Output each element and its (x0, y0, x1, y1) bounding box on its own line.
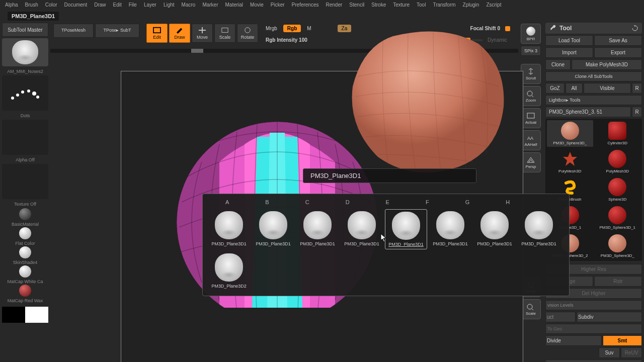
preset-item[interactable]: PM3D_Plane3D1 (473, 209, 516, 249)
smt-button[interactable]: Smt (603, 335, 642, 346)
tool-r-button[interactable]: R (632, 107, 642, 117)
tool-panel: Tool Load ToolSave As ImportExport Clone… (543, 21, 644, 362)
tool-item[interactable]: Cylinder3D (595, 120, 641, 147)
menu-item[interactable]: Light (164, 2, 175, 8)
menu-item[interactable]: File (129, 2, 137, 8)
menu-item[interactable]: Stroke (371, 2, 386, 8)
brush-preview[interactable] (2, 38, 48, 66)
menu-item[interactable]: Texture (393, 2, 410, 8)
tposemesh-button[interactable]: TPoseMesh (53, 24, 94, 38)
spix-button[interactable]: SPix 3 (521, 46, 541, 56)
tool-item[interactable]: PM3D_Sphere3D_ (547, 120, 593, 147)
goz-r-button[interactable]: R (632, 83, 642, 94)
to-geo-button[interactable]: To Geo (545, 324, 642, 334)
menu-item[interactable]: Document (64, 2, 88, 8)
svg-rect-7 (527, 113, 534, 118)
alpha-preview[interactable] (2, 120, 48, 155)
preset-item[interactable]: PM3D_Plane3D1 (341, 209, 383, 249)
persp-button[interactable]: Persp (521, 152, 541, 172)
material-ball-icon[interactable] (19, 246, 31, 258)
color-swatch[interactable] (2, 307, 48, 323)
subdiv-button[interactable]: Subdiv (577, 312, 642, 322)
m-button[interactable]: M (304, 24, 314, 33)
active-tool-label[interactable]: PM3D_Sphere3D_3. 51 (545, 107, 631, 117)
menu-item[interactable]: Preferences (292, 2, 319, 8)
preset-item[interactable]: PM3D_Plane3D2 (208, 251, 250, 291)
preset-item[interactable]: PM3D_Plane3D1 (429, 209, 471, 249)
preset-item[interactable]: PM3D_Plane3D1 (252, 209, 294, 249)
scale-mode-button[interactable]: Scale (214, 24, 235, 43)
svg-point-9 (527, 304, 532, 309)
lightbox-tools-button[interactable]: Lightbox▸ Tools (545, 95, 642, 105)
subtool-master-button[interactable]: SubTool Master (2, 23, 48, 37)
preset-item[interactable]: PM3D_Plane3D1 (208, 209, 250, 249)
nose-icon (348, 211, 376, 239)
texture-preview[interactable] (2, 164, 48, 199)
refresh-icon[interactable] (632, 25, 638, 31)
clone-button[interactable]: Clone (545, 59, 571, 70)
menu-item[interactable]: Movie (250, 2, 264, 8)
export-button[interactable]: Export (594, 47, 642, 58)
menu-item[interactable]: Transform (433, 2, 455, 8)
menu-item[interactable]: Color (45, 2, 57, 8)
star-icon (561, 150, 579, 168)
material-ball-icon[interactable] (19, 265, 31, 278)
menu-item[interactable]: Edit (113, 2, 122, 8)
tpose-subt-button[interactable]: TPose▸ SubT (95, 24, 139, 38)
tool-item[interactable]: PM3D_Sphere3D_ (595, 233, 641, 259)
menu-item[interactable]: Render (326, 2, 343, 8)
menu-item[interactable]: Material (225, 2, 244, 8)
material-ball-icon[interactable] (19, 208, 31, 220)
move-mode-button[interactable]: Move (192, 24, 213, 43)
material-ball-icon[interactable] (19, 285, 31, 297)
tool-item[interactable]: Sphere3D (595, 176, 641, 203)
scroll-button[interactable]: Scroll (521, 64, 541, 84)
rotate-mode-button[interactable]: Rotate (237, 24, 258, 43)
magnifier-icon (526, 303, 535, 310)
menu-item[interactable]: Stencil (349, 2, 364, 8)
stroke-preview[interactable] (2, 75, 48, 111)
rstr-button[interactable]: Rstr (594, 276, 642, 287)
make-polymesh-button[interactable]: Make PolyMesh3D (572, 59, 642, 70)
tool-panel-header[interactable]: Tool (545, 23, 642, 34)
menu-item[interactable]: Macro (182, 2, 196, 8)
tool-item[interactable]: PolyMesh3D (595, 148, 641, 175)
edit-mode-button[interactable]: Edit (146, 24, 168, 43)
suv-button[interactable]: Suv (599, 347, 620, 358)
preset-item[interactable]: PM3D_Plane3D1 (518, 209, 560, 249)
menu-item[interactable]: Marker (202, 2, 218, 8)
edgeloop-button[interactable]: EdgeLoop (545, 359, 642, 362)
draw-mode-button[interactable]: Draw (169, 24, 190, 43)
menu-item[interactable]: Brush (25, 2, 38, 8)
clone-all-button[interactable]: Clone All SubTools (545, 71, 642, 81)
wrench-icon (549, 25, 556, 32)
rgb-button[interactable]: Rgb (283, 25, 301, 32)
menu-item[interactable]: Alpha (5, 2, 18, 8)
preset-item[interactable]: PM3D_Plane3D1 (296, 209, 339, 249)
divide-button[interactable]: Divide (545, 335, 602, 346)
reuv-button[interactable]: ReUV (621, 347, 642, 358)
menu-item[interactable]: Layer (144, 2, 156, 8)
stroke-label: Dots (2, 113, 48, 118)
mrgb-button[interactable]: Mrgb (263, 24, 280, 33)
actual-button[interactable]: Actual (521, 108, 541, 128)
aahalf-button[interactable]: AAAAHalf (521, 130, 541, 150)
menu-item[interactable]: Tool (417, 2, 426, 8)
menu-item[interactable]: Picker (271, 2, 285, 8)
import-button[interactable]: Import (545, 47, 593, 58)
menu-item[interactable]: Zscript (486, 2, 501, 8)
goz-visible-button[interactable]: Visible (584, 83, 631, 94)
material-ball-icon[interactable] (19, 227, 31, 239)
menu-item[interactable]: Zplugin (463, 2, 479, 8)
zoom-button[interactable]: Zoom (521, 86, 541, 106)
tool-item[interactable]: PM3D_Sphere3D_1 (595, 205, 641, 231)
menu-item[interactable]: Draw (94, 2, 106, 8)
bpr-button[interactable]: BPR (521, 24, 541, 44)
tool-item[interactable]: PolyMesh3D (547, 148, 593, 175)
save-as-button[interactable]: Save As (594, 35, 642, 46)
viewport-scale-button[interactable]: Scale (521, 299, 541, 319)
goz-button[interactable]: GoZ (545, 83, 565, 94)
goz-all-button[interactable]: All (566, 83, 583, 94)
load-tool-button[interactable]: Load Tool (545, 35, 593, 46)
preset-item-selected[interactable]: PM3D_Plane3D1 (385, 209, 427, 249)
